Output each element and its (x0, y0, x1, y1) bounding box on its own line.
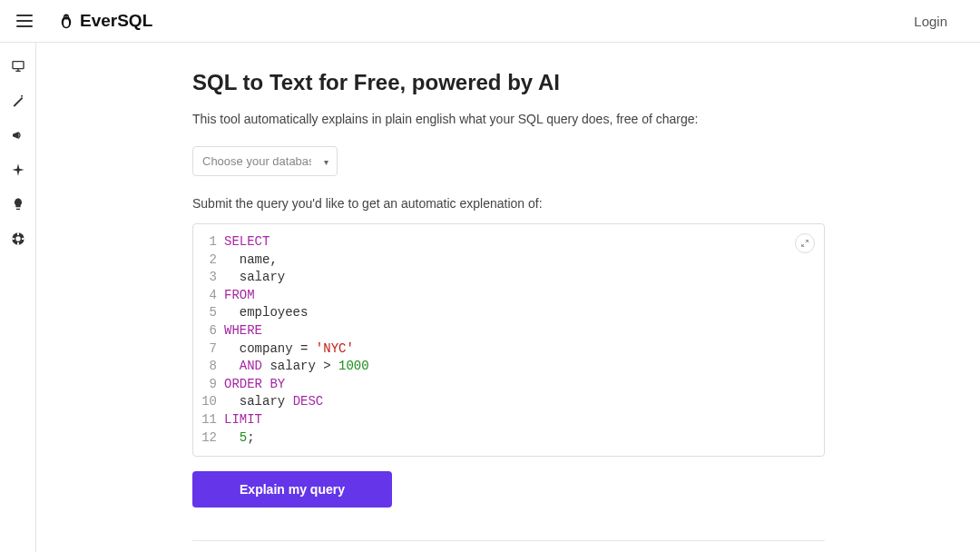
code-line: 6WHERE (199, 322, 811, 340)
code-line: 3 salary (199, 269, 811, 287)
main-content: SQL to Text for Free, powered by AI This… (36, 43, 980, 552)
brand-name: EverSQL (80, 11, 152, 31)
database-type-select-wrap: Choose your database type (192, 146, 338, 176)
line-number: 4 (199, 287, 224, 305)
line-number: 1 (199, 233, 224, 251)
code-text: 5; (224, 429, 255, 448)
sql-editor[interactable]: 1SELECT2 name,3 salary4FROM5 employees6W… (192, 223, 825, 457)
svg-point-1 (64, 19, 69, 27)
code-text: WHERE (224, 322, 262, 340)
code-text: SELECT (224, 233, 270, 251)
line-number: 5 (199, 304, 224, 322)
sidebar-item-sparkle[interactable] (9, 161, 27, 179)
svg-point-10 (15, 236, 20, 241)
sidebar-item-megaphone[interactable] (9, 126, 27, 144)
line-number: 7 (199, 340, 224, 359)
login-link[interactable]: Login (914, 14, 964, 29)
database-type-select[interactable]: Choose your database type (192, 146, 338, 176)
penguin-icon (58, 12, 74, 30)
brand-logo[interactable]: EverSQL (58, 11, 152, 31)
sidebar-item-bulb[interactable] (9, 195, 27, 213)
line-number: 3 (199, 269, 224, 287)
svg-point-3 (64, 16, 65, 17)
code-text: salary (224, 269, 285, 287)
line-number: 12 (199, 429, 224, 448)
code-text: company = 'NYC' (224, 340, 354, 359)
sidebar (0, 43, 36, 552)
svg-point-4 (67, 16, 68, 17)
svg-point-8 (21, 95, 23, 97)
code-line: 12 5; (199, 429, 811, 448)
code-text: name, (224, 251, 278, 270)
line-number: 2 (199, 251, 224, 270)
code-line: 8 AND salary > 1000 (199, 358, 811, 376)
sidebar-item-wand[interactable] (9, 92, 27, 110)
page-title: SQL to Text for Free, powered by AI (192, 70, 828, 95)
code-line: 7 company = 'NYC' (199, 340, 811, 359)
line-number: 10 (199, 393, 224, 411)
line-number: 6 (199, 322, 224, 340)
code-text: AND salary > 1000 (224, 358, 369, 376)
code-line: 10 salary DESC (199, 393, 811, 411)
code-line: 11LIMIT (199, 411, 811, 429)
code-line: 2 name, (199, 251, 811, 270)
code-line: 9ORDER BY (199, 376, 811, 394)
code-text: salary DESC (224, 393, 323, 411)
sidebar-item-monitor[interactable] (9, 57, 27, 75)
code-text: LIMIT (224, 411, 262, 429)
line-number: 11 (199, 411, 224, 429)
code-line: 5 employees (199, 304, 811, 322)
code-line: 4FROM (199, 287, 811, 305)
explain-query-button[interactable]: Explain my query (192, 471, 392, 508)
divider (192, 540, 825, 541)
svg-rect-5 (13, 62, 24, 69)
line-number: 8 (199, 358, 224, 376)
query-prompt-label: Submit the query you'd like to get an au… (192, 196, 828, 211)
sidebar-item-help[interactable] (9, 230, 27, 248)
topbar: EverSQL Login (0, 0, 980, 43)
fullscreen-button[interactable] (795, 233, 815, 253)
code-line: 1SELECT (199, 233, 811, 251)
page-subtitle: This tool automatically explains in plai… (192, 112, 828, 126)
code-text: employees (224, 304, 308, 322)
code-text: FROM (224, 287, 255, 305)
code-text: ORDER BY (224, 376, 285, 394)
hamburger-menu-button[interactable] (16, 15, 33, 27)
line-number: 9 (199, 376, 224, 394)
svg-point-2 (64, 15, 69, 20)
